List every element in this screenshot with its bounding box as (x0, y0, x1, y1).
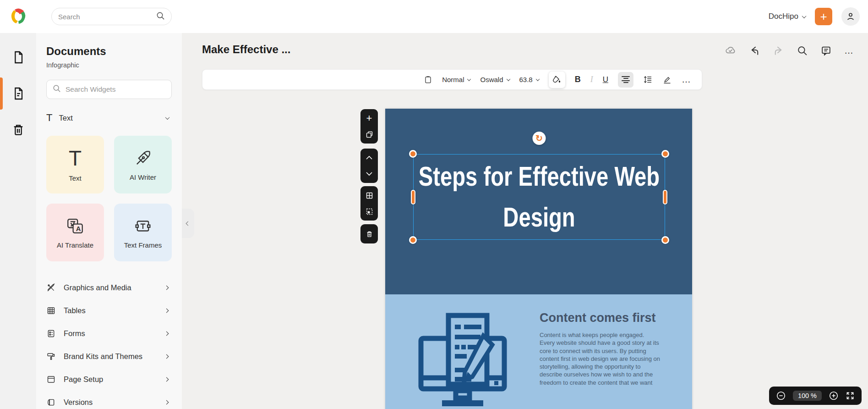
resize-handle-top-right[interactable] (661, 150, 669, 158)
section-body-text[interactable]: Content is what keeps people engaged. Ev… (540, 331, 661, 387)
form-icon (46, 329, 56, 338)
rail-item-new-document[interactable] (0, 43, 36, 72)
minus-circle-icon (776, 391, 786, 401)
chevron-right-icon (164, 377, 169, 381)
brand-label: DocHipo (769, 12, 798, 21)
grid-view-button[interactable] (364, 190, 374, 200)
paint-bucket-icon (552, 75, 562, 84)
document-title[interactable]: Make Effective ... (202, 43, 290, 56)
text-section-header[interactable]: T Text (46, 112, 172, 124)
paint-roller-icon (46, 352, 56, 361)
rotate-handle[interactable]: ↻ (533, 132, 546, 145)
resize-handle-left[interactable] (411, 190, 415, 204)
global-search-input[interactable] (58, 13, 156, 21)
trash-icon (366, 230, 373, 238)
infographic-title[interactable]: Steps for Effective Web Design (414, 155, 664, 239)
page-tools-delete-group (360, 224, 378, 243)
italic-button-disabled[interactable]: I (590, 75, 593, 84)
zoom-out-button[interactable] (776, 391, 786, 401)
move-page-down-button[interactable] (364, 169, 374, 179)
user-avatar-button[interactable] (841, 7, 860, 26)
brand-menu[interactable]: DocHipo (769, 12, 806, 21)
sidebar-item-forms[interactable]: Forms (46, 322, 172, 345)
line-spacing-button[interactable] (643, 75, 653, 84)
sidebar-item-versions[interactable]: Versions (46, 391, 172, 409)
sidebar-item-graphics-and-media[interactable]: Graphics and Media (46, 276, 172, 299)
table-grid-icon (46, 306, 56, 315)
chevron-left-icon (186, 221, 191, 226)
page-tools-layout-group (360, 186, 378, 221)
search-icon[interactable] (156, 11, 165, 22)
widget-label: Text Frames (124, 241, 162, 249)
sidebar-item-tables[interactable]: Tables (46, 299, 172, 322)
grid-icon (366, 192, 373, 199)
resize-handle-bottom-left[interactable] (409, 236, 417, 244)
zoom-in-button[interactable] (829, 391, 839, 401)
chevron-down-icon (467, 77, 471, 81)
dochipo-logo-icon[interactable] (9, 7, 28, 26)
redo-button[interactable] (773, 45, 784, 56)
more-options-button[interactable]: … (844, 45, 854, 56)
widget-ai-writer[interactable]: AI Writer (114, 136, 172, 193)
widget-search-input[interactable] (66, 85, 165, 94)
duplicate-icon (366, 131, 373, 138)
menu-label: Versions (64, 398, 93, 407)
chevron-right-icon (164, 308, 169, 313)
sidebar-item-brand-kits[interactable]: Brand Kits and Themes (46, 345, 172, 368)
rail-item-trash[interactable] (0, 116, 36, 144)
delete-page-button[interactable] (364, 229, 374, 239)
fullscreen-button[interactable] (846, 391, 855, 400)
design-tools-icon (46, 283, 56, 293)
sidebar-title: Documents (46, 45, 172, 58)
add-page-button[interactable]: + (364, 113, 374, 123)
page-tools-add-group: + (360, 109, 378, 144)
versions-icon (46, 398, 56, 407)
section-heading[interactable]: Content comes first (540, 311, 656, 325)
cloud-saved-icon[interactable] (725, 44, 737, 56)
toolbar-more-button[interactable]: … (682, 74, 692, 85)
comments-button[interactable] (820, 45, 832, 56)
widget-ai-translate[interactable]: A AI Translate (46, 204, 104, 261)
blank-page-icon (11, 50, 26, 65)
underline-button[interactable]: U (603, 75, 608, 84)
document-lines-icon (11, 86, 26, 101)
paste-style-button[interactable] (424, 75, 432, 84)
sidebar-item-page-setup[interactable]: Page Setup (46, 368, 172, 391)
find-button[interactable] (797, 45, 808, 56)
rail-item-documents-active[interactable] (0, 79, 36, 108)
resize-handle-top-left[interactable] (409, 150, 417, 158)
selected-text-box[interactable]: Steps for Effective Web Design ↻ (413, 154, 665, 240)
undo-button[interactable] (749, 45, 760, 56)
menu-label: Forms (64, 329, 85, 338)
chevron-down-icon (506, 77, 510, 81)
align-center-button-active[interactable] (618, 72, 633, 88)
chevron-down-icon (802, 14, 807, 18)
menu-label: Graphics and Media (64, 283, 131, 292)
move-page-up-button[interactable] (364, 153, 374, 163)
resize-handle-bottom-right[interactable] (661, 236, 669, 244)
text-frame-icon (133, 216, 153, 236)
create-new-button[interactable]: + (815, 8, 832, 25)
menu-label: Page Setup (64, 375, 103, 384)
bold-button[interactable]: B (575, 75, 581, 84)
sidebar-collapse-button[interactable] (182, 209, 194, 238)
zoom-level-value[interactable]: 100 % (793, 391, 822, 401)
highlight-button[interactable] (662, 75, 672, 84)
chevron-right-icon (164, 331, 169, 336)
select-area-button[interactable] (364, 206, 374, 216)
widget-label: AI Writer (130, 173, 156, 181)
font-family-select[interactable]: Oswald (480, 76, 509, 83)
infographic-page[interactable]: Steps for Effective Web Design ↻ (385, 109, 692, 409)
trash-icon (11, 122, 26, 137)
duplicate-page-button[interactable] (364, 129, 374, 139)
resize-handle-right[interactable] (663, 190, 667, 204)
pen-nib-icon (133, 149, 153, 168)
widget-text-frames[interactable]: Text Frames (114, 204, 172, 261)
infographic-section-block[interactable]: Content comes first Content is what keep… (385, 294, 692, 409)
page-tools-move-group (360, 149, 378, 183)
font-size-select[interactable]: 63.8 (519, 76, 539, 83)
text-color-button[interactable] (549, 72, 565, 88)
chevron-down-icon (165, 115, 170, 120)
widget-text[interactable]: T Text (46, 136, 104, 193)
paragraph-style-select[interactable]: Normal (442, 76, 470, 83)
